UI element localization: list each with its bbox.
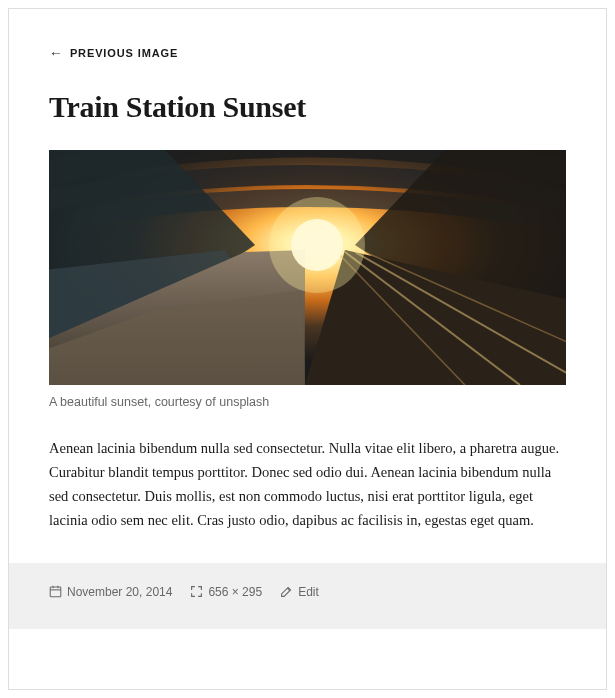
post-date-link[interactable]: November 20, 2014 xyxy=(49,585,172,599)
pencil-icon xyxy=(280,585,293,598)
post-meta-footer: November 20, 2014 656 × 295 Edit xyxy=(9,563,606,629)
post-date: November 20, 2014 xyxy=(67,585,172,599)
previous-image-link[interactable]: ← PREVIOUS IMAGE xyxy=(49,46,178,60)
post-title: Train Station Sunset xyxy=(49,90,566,124)
expand-icon xyxy=(190,585,203,598)
edit-link[interactable]: Edit xyxy=(280,585,319,599)
image-caption: A beautiful sunset, courtesy of unsplash xyxy=(49,395,566,409)
arrow-left-icon: ← xyxy=(49,46,64,60)
calendar-icon xyxy=(49,585,62,598)
featured-image[interactable] xyxy=(49,150,566,385)
edit-label: Edit xyxy=(298,585,319,599)
svg-point-12 xyxy=(269,197,365,293)
svg-rect-13 xyxy=(50,587,61,597)
previous-image-label: PREVIOUS IMAGE xyxy=(70,47,178,59)
image-dimensions-link[interactable]: 656 × 295 xyxy=(190,585,262,599)
image-dimensions: 656 × 295 xyxy=(208,585,262,599)
post-body: Aenean lacinia bibendum nulla sed consec… xyxy=(49,437,566,533)
